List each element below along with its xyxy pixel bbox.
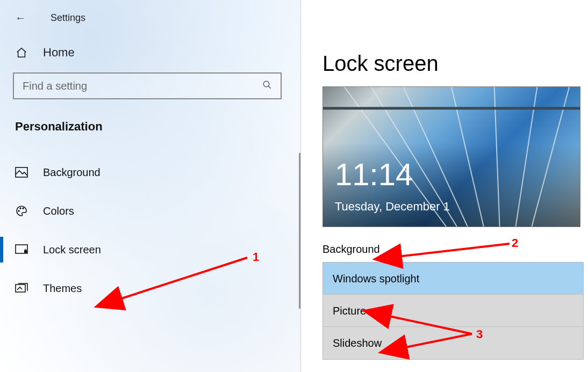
palette-icon [15, 205, 28, 217]
sidebar-nav: Background Colors Lock screen [0, 153, 300, 308]
app-title: Settings [51, 12, 85, 24]
sidebar-item-colors[interactable]: Colors [0, 192, 300, 230]
svg-point-5 [23, 208, 24, 209]
sidebar-item-label: Lock screen [43, 244, 101, 256]
home-button[interactable]: Home [0, 41, 300, 72]
themes-icon [15, 282, 28, 294]
sidebar-item-themes[interactable]: Themes [0, 269, 300, 308]
background-label: Background [322, 243, 584, 256]
preview-time: 11:14 [335, 156, 413, 192]
sidebar-item-background[interactable]: Background [0, 153, 300, 192]
svg-point-0 [263, 81, 269, 87]
svg-point-3 [18, 210, 19, 211]
svg-rect-7 [24, 250, 27, 253]
category-title: Personalization [0, 110, 300, 153]
home-label: Home [43, 46, 75, 60]
sidebar-item-label: Themes [43, 282, 82, 295]
picture-icon [15, 167, 28, 178]
preview-date: Tuesday, December 1 [335, 200, 450, 214]
option-picture[interactable]: Picture [323, 295, 583, 327]
search-field[interactable] [23, 80, 262, 92]
sidebar-item-label: Colors [43, 205, 74, 217]
search-icon [262, 80, 272, 92]
svg-point-4 [20, 208, 21, 209]
lock-screen-preview: 11:14 Tuesday, December 1 [322, 86, 580, 227]
background-dropdown[interactable]: Windows spotlight Picture Slideshow [322, 262, 584, 360]
back-icon[interactable]: ← [15, 12, 26, 24]
scrollbar[interactable] [299, 153, 300, 309]
sidebar: ← Settings Home Personalization [0, 0, 301, 372]
page-title: Lock screen [322, 52, 584, 76]
sidebar-item-lock-screen[interactable]: Lock screen [0, 230, 300, 269]
main-pane: Lock screen 11:14 Tuesday, December 1 Ba… [301, 0, 588, 372]
search-input[interactable] [13, 72, 282, 99]
sidebar-item-label: Background [43, 166, 101, 179]
svg-line-1 [268, 86, 271, 89]
lock-screen-icon [15, 244, 28, 255]
option-windows-spotlight[interactable]: Windows spotlight [323, 262, 583, 295]
home-icon [15, 47, 28, 59]
option-slideshow[interactable]: Slideshow [323, 327, 583, 359]
